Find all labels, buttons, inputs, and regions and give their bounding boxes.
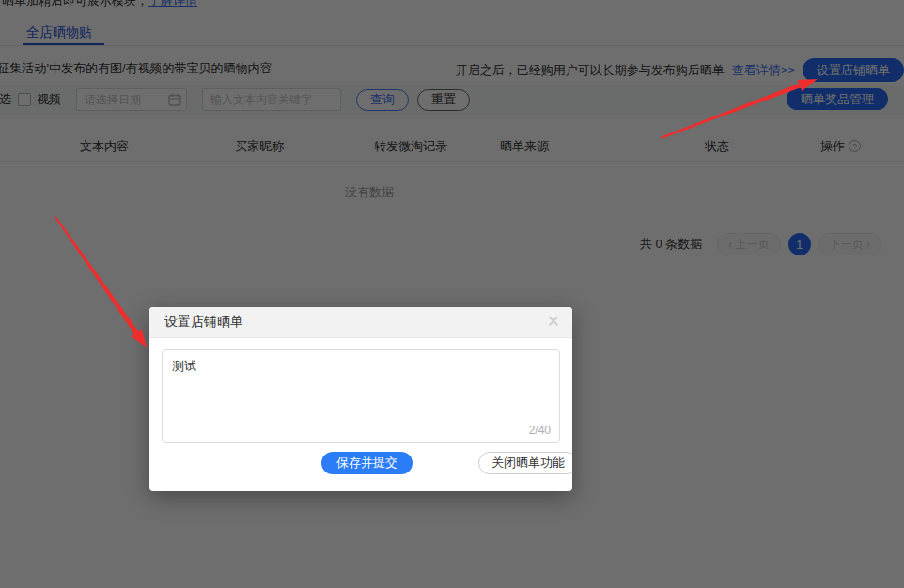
- modal-backdrop: [0, 0, 904, 588]
- review-textarea[interactable]: 测试: [162, 349, 560, 443]
- save-submit-button[interactable]: 保存并提交: [321, 452, 413, 474]
- modal-header: 设置店铺晒单 ✕: [149, 307, 572, 338]
- char-counter: 2/40: [529, 424, 551, 437]
- close-icon[interactable]: ✕: [547, 313, 560, 332]
- close-feature-button[interactable]: 关闭晒单功能: [478, 452, 572, 474]
- setup-shop-review-modal: 设置店铺晒单 ✕ 测试 2/40 保存并提交 关闭晒单功能: [149, 307, 572, 491]
- review-text-wrap: 测试 2/40: [162, 349, 560, 443]
- page: 晒单加精后即可展示模块，了解详情 全店晒物贴 '征集活动'中发布的有图/有视频的…: [0, 0, 904, 588]
- modal-actions: 保存并提交 关闭晒单功能: [162, 452, 560, 474]
- modal-body: 测试 2/40 保存并提交 关闭晒单功能: [149, 338, 572, 491]
- modal-title: 设置店铺晒单: [164, 314, 243, 331]
